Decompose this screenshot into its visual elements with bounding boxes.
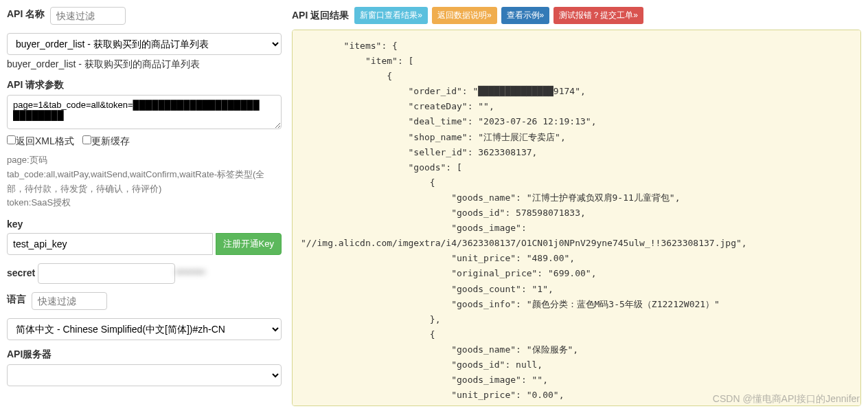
new-window-button[interactable]: 新窗口查看结果» [354,7,428,24]
left-panel: API 名称 buyer_order_list - 获取购买到的商品订单列表 b… [7,7,282,406]
xml-checkbox[interactable] [7,135,16,144]
key-label: key [7,219,23,230]
register-key-button[interactable]: 注册开通Key [216,233,282,255]
lang-filter-input[interactable] [32,292,107,310]
api-name-label: API 名称 [7,8,45,21]
result-title: API 返回结果 [292,10,349,22]
secret-input[interactable] [38,263,175,284]
data-desc-button[interactable]: 返回数据说明» [432,7,497,24]
api-params-label: API 请求参数 [7,79,64,91]
server-label: API服务器 [7,348,52,361]
xml-checkbox-wrap[interactable]: 返回XML格式 [7,135,74,146]
cache-checkbox-wrap[interactable]: 更新缓存 [82,135,130,146]
api-name-filter-input[interactable] [50,7,126,25]
right-panel: API 返回结果 新窗口查看结果» 返回数据说明» 查看示例» 测试报错？提交工… [292,7,861,406]
report-error-button[interactable]: 测试报错？提交工单» [553,7,643,24]
help-text: page:页码 tab_code:all,waitPay,waitSend,wa… [7,153,282,210]
api-select[interactable]: buyer_order_list - 获取购买到的商品订单列表 [7,33,282,55]
key-input[interactable] [7,233,213,255]
api-selected-text: buyer_order_list - 获取购买到的商品订单列表 [7,58,282,71]
api-params-textarea[interactable] [7,95,282,129]
result-json-box[interactable]: "items": { "item": [ { "order_id": "████… [292,30,861,406]
lang-select[interactable]: 简体中文 - Chinese Simplified(中文[简体])#zh-CN [7,318,282,340]
server-select[interactable] [7,364,282,386]
view-example-button[interactable]: 查看示例» [501,7,550,24]
lang-label: 语言 [7,293,26,306]
secret-label: secret [7,267,35,278]
cache-checkbox[interactable] [82,135,91,144]
